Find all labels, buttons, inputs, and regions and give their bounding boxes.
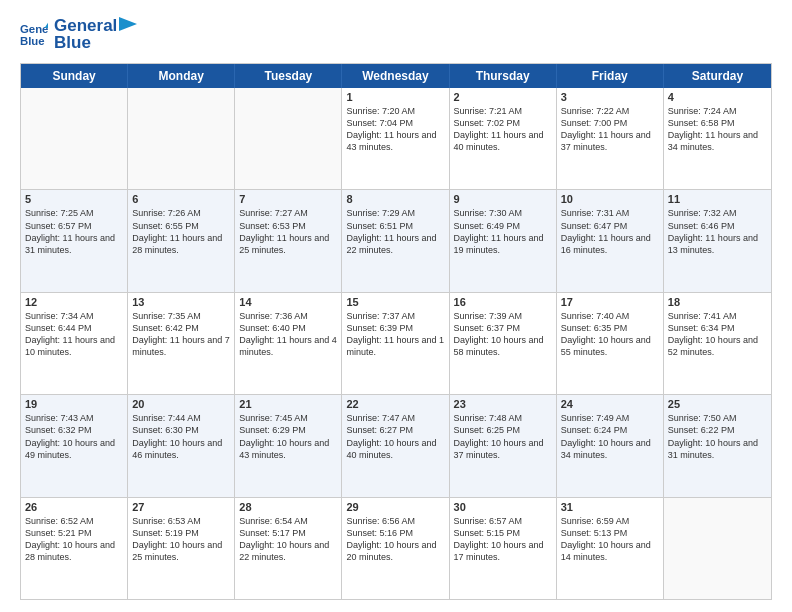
calendar-cell: 9Sunrise: 7:30 AM Sunset: 6:49 PM Daylig… [450,190,557,291]
cell-info: Sunrise: 7:36 AM Sunset: 6:40 PM Dayligh… [239,310,337,359]
cell-info: Sunrise: 7:31 AM Sunset: 6:47 PM Dayligh… [561,207,659,256]
calendar-cell: 23Sunrise: 7:48 AM Sunset: 6:25 PM Dayli… [450,395,557,496]
day-number: 29 [346,501,444,513]
calendar-cell: 16Sunrise: 7:39 AM Sunset: 6:37 PM Dayli… [450,293,557,394]
day-number: 23 [454,398,552,410]
calendar-cell: 21Sunrise: 7:45 AM Sunset: 6:29 PM Dayli… [235,395,342,496]
calendar-cell: 25Sunrise: 7:50 AM Sunset: 6:22 PM Dayli… [664,395,771,496]
cell-info: Sunrise: 7:30 AM Sunset: 6:49 PM Dayligh… [454,207,552,256]
day-number: 26 [25,501,123,513]
calendar: SundayMondayTuesdayWednesdayThursdayFrid… [20,63,772,600]
day-number: 13 [132,296,230,308]
cell-info: Sunrise: 7:47 AM Sunset: 6:27 PM Dayligh… [346,412,444,461]
calendar-cell: 24Sunrise: 7:49 AM Sunset: 6:24 PM Dayli… [557,395,664,496]
calendar-cell: 7Sunrise: 7:27 AM Sunset: 6:53 PM Daylig… [235,190,342,291]
calendar-cell: 12Sunrise: 7:34 AM Sunset: 6:44 PM Dayli… [21,293,128,394]
day-number: 7 [239,193,337,205]
cell-info: Sunrise: 7:45 AM Sunset: 6:29 PM Dayligh… [239,412,337,461]
weekday-header: Monday [128,64,235,88]
day-number: 27 [132,501,230,513]
cell-info: Sunrise: 7:40 AM Sunset: 6:35 PM Dayligh… [561,310,659,359]
calendar-cell: 15Sunrise: 7:37 AM Sunset: 6:39 PM Dayli… [342,293,449,394]
cell-info: Sunrise: 7:37 AM Sunset: 6:39 PM Dayligh… [346,310,444,359]
svg-text:Blue: Blue [20,34,45,46]
calendar-cell: 28Sunrise: 6:54 AM Sunset: 5:17 PM Dayli… [235,498,342,599]
calendar-cell: 19Sunrise: 7:43 AM Sunset: 6:32 PM Dayli… [21,395,128,496]
cell-info: Sunrise: 7:41 AM Sunset: 6:34 PM Dayligh… [668,310,767,359]
calendar-row: 19Sunrise: 7:43 AM Sunset: 6:32 PM Dayli… [21,395,771,497]
day-number: 2 [454,91,552,103]
calendar-row: 1Sunrise: 7:20 AM Sunset: 7:04 PM Daylig… [21,88,771,190]
cell-info: Sunrise: 6:54 AM Sunset: 5:17 PM Dayligh… [239,515,337,564]
header: General Blue General Blue [20,16,772,53]
calendar-cell: 22Sunrise: 7:47 AM Sunset: 6:27 PM Dayli… [342,395,449,496]
calendar-cell [21,88,128,189]
logo: General Blue General Blue [20,16,137,53]
calendar-cell: 5Sunrise: 7:25 AM Sunset: 6:57 PM Daylig… [21,190,128,291]
calendar-cell: 11Sunrise: 7:32 AM Sunset: 6:46 PM Dayli… [664,190,771,291]
calendar-cell: 20Sunrise: 7:44 AM Sunset: 6:30 PM Dayli… [128,395,235,496]
page: General Blue General Blue SundayMondayTu… [0,0,792,612]
cell-info: Sunrise: 7:44 AM Sunset: 6:30 PM Dayligh… [132,412,230,461]
calendar-cell: 18Sunrise: 7:41 AM Sunset: 6:34 PM Dayli… [664,293,771,394]
cell-info: Sunrise: 7:21 AM Sunset: 7:02 PM Dayligh… [454,105,552,154]
day-number: 8 [346,193,444,205]
day-number: 15 [346,296,444,308]
day-number: 11 [668,193,767,205]
cell-info: Sunrise: 7:27 AM Sunset: 6:53 PM Dayligh… [239,207,337,256]
day-number: 31 [561,501,659,513]
day-number: 6 [132,193,230,205]
cell-info: Sunrise: 7:49 AM Sunset: 6:24 PM Dayligh… [561,412,659,461]
cell-info: Sunrise: 7:20 AM Sunset: 7:04 PM Dayligh… [346,105,444,154]
cell-info: Sunrise: 7:22 AM Sunset: 7:00 PM Dayligh… [561,105,659,154]
cell-info: Sunrise: 7:43 AM Sunset: 6:32 PM Dayligh… [25,412,123,461]
calendar-cell: 27Sunrise: 6:53 AM Sunset: 5:19 PM Dayli… [128,498,235,599]
calendar-cell: 29Sunrise: 6:56 AM Sunset: 5:16 PM Dayli… [342,498,449,599]
day-number: 28 [239,501,337,513]
day-number: 10 [561,193,659,205]
calendar-row: 12Sunrise: 7:34 AM Sunset: 6:44 PM Dayli… [21,293,771,395]
logo-icon: General Blue [20,21,48,49]
weekday-header: Sunday [21,64,128,88]
day-number: 16 [454,296,552,308]
calendar-body: 1Sunrise: 7:20 AM Sunset: 7:04 PM Daylig… [21,88,771,599]
day-number: 9 [454,193,552,205]
cell-info: Sunrise: 6:57 AM Sunset: 5:15 PM Dayligh… [454,515,552,564]
day-number: 19 [25,398,123,410]
calendar-cell [235,88,342,189]
calendar-cell: 31Sunrise: 6:59 AM Sunset: 5:13 PM Dayli… [557,498,664,599]
day-number: 22 [346,398,444,410]
day-number: 24 [561,398,659,410]
calendar-cell: 2Sunrise: 7:21 AM Sunset: 7:02 PM Daylig… [450,88,557,189]
calendar-cell: 14Sunrise: 7:36 AM Sunset: 6:40 PM Dayli… [235,293,342,394]
weekday-header: Wednesday [342,64,449,88]
day-number: 14 [239,296,337,308]
day-number: 20 [132,398,230,410]
calendar-row: 26Sunrise: 6:52 AM Sunset: 5:21 PM Dayli… [21,498,771,599]
cell-info: Sunrise: 6:52 AM Sunset: 5:21 PM Dayligh… [25,515,123,564]
cell-info: Sunrise: 7:35 AM Sunset: 6:42 PM Dayligh… [132,310,230,359]
calendar-row: 5Sunrise: 7:25 AM Sunset: 6:57 PM Daylig… [21,190,771,292]
weekday-header: Thursday [450,64,557,88]
calendar-cell: 8Sunrise: 7:29 AM Sunset: 6:51 PM Daylig… [342,190,449,291]
svg-marker-3 [119,17,137,31]
cell-info: Sunrise: 7:48 AM Sunset: 6:25 PM Dayligh… [454,412,552,461]
calendar-cell: 1Sunrise: 7:20 AM Sunset: 7:04 PM Daylig… [342,88,449,189]
calendar-header: SundayMondayTuesdayWednesdayThursdayFrid… [21,64,771,88]
day-number: 18 [668,296,767,308]
calendar-cell: 4Sunrise: 7:24 AM Sunset: 6:58 PM Daylig… [664,88,771,189]
cell-info: Sunrise: 6:53 AM Sunset: 5:19 PM Dayligh… [132,515,230,564]
cell-info: Sunrise: 6:56 AM Sunset: 5:16 PM Dayligh… [346,515,444,564]
calendar-cell: 26Sunrise: 6:52 AM Sunset: 5:21 PM Dayli… [21,498,128,599]
day-number: 30 [454,501,552,513]
calendar-cell: 10Sunrise: 7:31 AM Sunset: 6:47 PM Dayli… [557,190,664,291]
calendar-cell: 30Sunrise: 6:57 AM Sunset: 5:15 PM Dayli… [450,498,557,599]
cell-info: Sunrise: 7:32 AM Sunset: 6:46 PM Dayligh… [668,207,767,256]
day-number: 17 [561,296,659,308]
weekday-header: Tuesday [235,64,342,88]
weekday-header: Saturday [664,64,771,88]
calendar-cell: 17Sunrise: 7:40 AM Sunset: 6:35 PM Dayli… [557,293,664,394]
calendar-cell: 6Sunrise: 7:26 AM Sunset: 6:55 PM Daylig… [128,190,235,291]
svg-text:General: General [20,23,48,35]
cell-info: Sunrise: 7:39 AM Sunset: 6:37 PM Dayligh… [454,310,552,359]
